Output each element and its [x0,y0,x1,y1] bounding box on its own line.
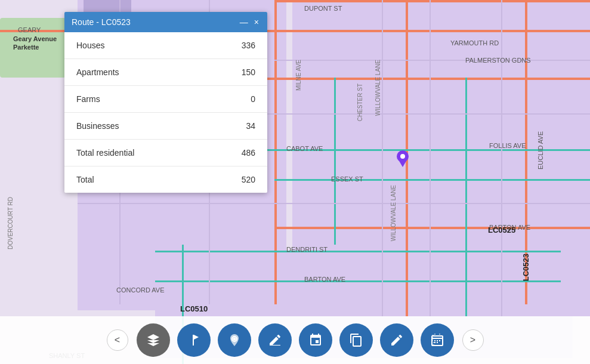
popup-row-value: 486 [242,148,255,158]
popup-row-label: Houses [76,41,104,50]
map-label-chester: CHESTER ST [357,84,363,121]
location-icon [227,333,242,347]
toolbar-copy-button[interactable] [339,323,373,357]
popup-row-value: 34 [246,121,255,131]
edit-icon [390,333,404,347]
popup-header-buttons: — × [239,17,260,27]
bottom-toolbar: < > [0,316,590,364]
svg-point-2 [400,154,405,159]
toolbar-route-button[interactable] [299,323,332,357]
toolbar-prev-button[interactable]: < [107,329,128,351]
map-label-milne: MILNE AVE [295,60,302,91]
map-label-dovercourt: DOVERCOURT RD [7,197,14,249]
popup-content: Houses336Apartments150Farms0Businesses34… [64,32,267,193]
map-label-palmerston: PALMERSTON GDNS [465,57,531,64]
map-label-euclid: EUCLID AVE [537,131,544,169]
popup-row-label: Farms [76,94,100,104]
svg-marker-1 [399,160,407,167]
route-icon [308,333,323,347]
street-v6 [501,0,502,316]
map-label-dendriti: DENDRITI ST [286,246,328,253]
calendar-icon [430,333,444,347]
popup-row: Businesses34 [64,113,267,140]
popup-row: Houses336 [64,32,267,59]
map-label-geary-parkette: Geary AvenueParkette [13,35,57,52]
map-label-concord: CONCORD AVE [116,286,164,294]
popup-close-button[interactable]: × [253,17,260,27]
map-marker [396,150,409,167]
popup-row: Farms0 [64,86,267,113]
svg-rect-13 [437,342,438,343]
toolbar-edit-map-button[interactable] [258,323,292,357]
toolbar-next-button[interactable]: > [462,329,484,351]
svg-rect-9 [434,340,435,341]
popup-row-label: Businesses [76,121,119,131]
popup-row-value: 150 [242,67,255,77]
popup-row: Apartments150 [64,59,267,86]
popup-row-value: 336 [242,41,255,50]
popup-window: Route - LC0523 — × Houses336Apartments15… [64,12,267,193]
street-barton [274,227,590,229]
street-v4 [382,0,383,316]
street-v5 [430,0,431,316]
toolbar-edit-button[interactable] [380,323,413,357]
svg-rect-3 [193,335,194,346]
street-teal-v1 [334,78,336,245]
map-label-cabot: CABOT AVE [286,145,323,152]
map-label-follis: FOLLIS AVE [489,142,526,149]
map-label-lc0523: LC0523 [521,254,530,281]
popup-row-value: 0 [251,94,255,104]
map-label-geary: GEARY [18,26,41,33]
layers-icon [146,333,160,347]
street-v-main1 [274,0,277,304]
popup-row-value: 520 [242,175,255,184]
svg-marker-4 [194,335,199,340]
map-label-essex: ESSEX ST [331,175,363,183]
svg-point-6 [233,338,236,341]
chevron-left-icon: < [115,335,120,346]
copy-icon [349,333,363,347]
svg-rect-10 [437,340,438,341]
svg-rect-11 [439,340,440,341]
map-label-dupont: DUPONT ST [304,5,342,12]
popup-row-label: Apartments [76,67,119,77]
popup-row-label: Total [76,175,94,184]
map-label-barton2: BARTON AVE [304,276,345,283]
map-label-lc0525: LC0525 [488,226,515,235]
svg-rect-12 [434,342,435,343]
flag-icon [187,333,201,347]
toolbar-layers-button[interactable] [137,323,170,357]
street-teal-h3 [155,251,561,252]
street-dupont [274,0,590,2]
toolbar-calendar-button[interactable] [421,323,454,357]
street-essex [274,179,590,181]
edit-map-icon [268,333,282,347]
street-yarmouth [274,60,590,61]
popup-row: Total residential486 [64,140,267,166]
popup-minimize-button[interactable]: — [239,17,249,27]
popup-row: Total520 [64,166,267,193]
popup-header: Route - LC0523 — × [64,12,267,32]
map-label-lc0510: LC0510 [180,304,208,313]
toolbar-location-button[interactable] [218,323,251,357]
map-label-willowvale: WILLOWVALE LANE [375,60,381,116]
map-label-yarmouth: YARMOUTH RD [450,39,499,47]
map-label-willowvale2: WILLOWVALE LANE [390,185,397,241]
toolbar-flag-button[interactable] [177,323,211,357]
chevron-right-icon: > [470,335,475,346]
street-h3 [78,203,590,204]
street-barton2 [155,280,561,282]
popup-row-label: Total residential [76,148,134,158]
popup-title: Route - LC0523 [72,17,131,27]
